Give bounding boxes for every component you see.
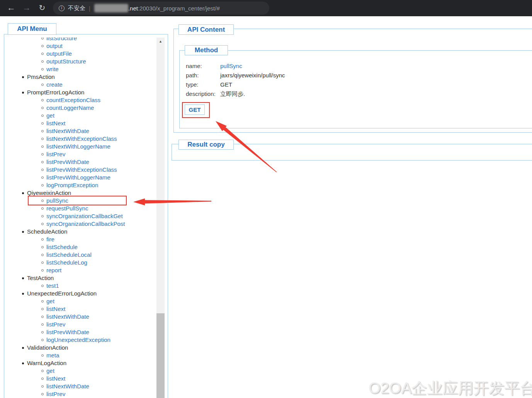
menu-method-item[interactable]: output [4, 42, 156, 50]
menu-method-item[interactable]: logPromptException [4, 181, 156, 189]
menu-item-label[interactable]: logPromptException [46, 182, 98, 188]
menu-item-label[interactable]: meta [46, 352, 59, 359]
menu-item-label[interactable]: listPrevWithExceptionClass [46, 166, 117, 173]
menu-method-item[interactable]: get [4, 367, 156, 375]
menu-item-label[interactable]: listNext [46, 306, 65, 312]
menu-item-label: WarnLogAction [27, 360, 66, 366]
menu-item-label[interactable]: countExceptionClass [46, 97, 100, 103]
menu-method-item[interactable]: listPrevWithExceptionClass [4, 166, 156, 174]
menu-item-label[interactable]: listNext [46, 120, 65, 126]
menu-item-label[interactable]: output [46, 43, 63, 49]
menu-method-item[interactable]: listNextWithDate [4, 383, 156, 390]
menu-method-item[interactable]: fire [4, 236, 156, 243]
menu-method-item[interactable]: listScheduleLocal [4, 251, 156, 259]
menu-method-item[interactable]: listStructure [4, 38, 156, 42]
menu-method-item[interactable]: listPrev [4, 150, 156, 158]
menu-item-label[interactable]: listNextWithDate [46, 313, 89, 320]
menu-method-item[interactable]: listNext [4, 375, 156, 383]
menu-action-item: PromptErrorLogAction [4, 89, 156, 96]
menu-method-item[interactable]: countExceptionClass [4, 96, 156, 104]
menu-item-label[interactable]: get [46, 298, 54, 304]
watermark: O2OA企业应用开发平台 [369, 378, 532, 398]
menu-item-label[interactable]: report [46, 267, 61, 273]
field-label: name: [186, 61, 220, 71]
menu-item-label[interactable]: listScheduleLog [46, 259, 87, 266]
info-icon[interactable]: i [59, 5, 65, 11]
menu-item-label[interactable]: listPrevWithLoggerName [46, 174, 110, 181]
menu-method-item[interactable]: listPrevWithLoggerName [4, 174, 156, 181]
menu-item-label: ScheduleAction [27, 228, 67, 235]
back-icon[interactable]: ← [5, 0, 18, 16]
menu-item-label[interactable]: countLoggerName [46, 104, 94, 111]
menu-method-item[interactable]: logUnexpectedException [4, 336, 156, 344]
menu-method-item[interactable]: pullSync [4, 197, 156, 205]
menu-method-item[interactable]: listPrev [4, 321, 156, 328]
menu-method-item[interactable]: listNextWithLoggerName [4, 143, 156, 150]
menu-method-item[interactable]: listScheduleLog [4, 259, 156, 266]
menu-method-item[interactable]: write [4, 65, 156, 73]
menu-method-item[interactable]: test1 [4, 282, 156, 290]
bullet-icon [22, 92, 24, 94]
menu-item-label[interactable]: listNextWithExceptionClass [46, 135, 117, 142]
reload-icon[interactable]: ↻ [36, 0, 49, 16]
api-menu-title: API Menu [8, 23, 56, 35]
menu-item-label[interactable]: logUnexpectedException [46, 337, 110, 343]
menu-method-item[interactable]: syncOrganizationCallbackPost [4, 220, 156, 228]
scrollbar-thumb[interactable] [156, 313, 165, 398]
menu-item-label[interactable]: test1 [46, 282, 59, 289]
menu-item-label[interactable]: listStructure [46, 38, 77, 41]
bullet-icon [41, 153, 44, 155]
menu-method-item[interactable]: syncOrganizationCallbackGet [4, 212, 156, 220]
menu-item-label[interactable]: outputFile [46, 50, 72, 57]
menu-action-item: PmsAction [4, 73, 156, 81]
menu-method-item[interactable]: create [4, 81, 156, 89]
menu-method-item[interactable]: listNext [4, 305, 156, 313]
menu-item-label[interactable]: get [46, 112, 54, 119]
field-value[interactable]: pullSync [220, 63, 242, 69]
method-field-row: type:GET [186, 80, 285, 89]
menu-item-label[interactable]: listPrev [46, 151, 65, 157]
menu-method-item[interactable]: countLoggerName [4, 104, 156, 112]
menu-method-item[interactable]: get [4, 297, 156, 305]
bullet-icon [41, 122, 44, 125]
menu-method-item[interactable]: listNext [4, 120, 156, 127]
menu-item-label[interactable]: write [46, 66, 59, 72]
scrollbar-up-icon[interactable]: ▲ [156, 38, 165, 45]
address-bar[interactable]: i 不安全 | .net :20030/x_program_center/jes… [53, 2, 269, 15]
menu-item-label[interactable]: listNextWithDate [46, 128, 89, 134]
menu-method-item[interactable]: get [4, 112, 156, 120]
menu-item-label[interactable]: listScheduleLocal [46, 251, 92, 258]
menu-item-label[interactable]: listPrevWithDate [46, 329, 89, 335]
menu-method-item[interactable]: outputStructure [4, 58, 156, 65]
menu-item-label[interactable]: listNextWithLoggerName [46, 143, 110, 150]
menu-item-label[interactable]: get [46, 367, 54, 374]
menu-method-item[interactable]: listNextWithDate [4, 313, 156, 321]
menu-method-item[interactable]: listNextWithExceptionClass [4, 135, 156, 143]
menu-item-label[interactable]: listNext [46, 375, 65, 382]
menu-method-item[interactable]: listPrevWithDate [4, 158, 156, 166]
menu-item-label[interactable]: outputStructure [46, 58, 86, 65]
menu-item-label[interactable]: listNextWithDate [46, 383, 89, 389]
bullet-icon [41, 138, 44, 140]
menu-action-item: ValidationAction [4, 344, 156, 352]
menu-item-label[interactable]: syncOrganizationCallbackGet [46, 213, 123, 219]
menu-item-label[interactable]: create [46, 81, 63, 88]
menu-method-item[interactable]: listPrev [4, 390, 156, 398]
menu-item-label[interactable]: listSchedule [46, 244, 78, 250]
menu-method-item[interactable]: listPrevWithDate [4, 328, 156, 336]
menu-item-label[interactable]: listPrev [46, 321, 65, 328]
menu-method-item[interactable]: requestPullSync [4, 205, 156, 212]
bullet-icon [41, 331, 44, 333]
menu-method-item[interactable]: meta [4, 352, 156, 359]
menu-item-label[interactable]: fire [46, 236, 54, 243]
menu-item-label[interactable]: listPrevWithDate [46, 159, 89, 165]
menu-item-label[interactable]: listPrev [46, 391, 65, 397]
menu-method-item[interactable]: listNextWithDate [4, 127, 156, 135]
menu-method-item[interactable]: report [4, 266, 156, 274]
api-menu-scroll-area[interactable]: listStructureoutputoutputFileoutputStruc… [4, 38, 156, 398]
menu-method-item[interactable]: outputFile [4, 50, 156, 58]
menu-item-label[interactable]: requestPullSync [46, 205, 88, 212]
bullet-icon [22, 293, 24, 295]
menu-item-label[interactable]: syncOrganizationCallbackPost [46, 220, 125, 227]
menu-method-item[interactable]: listSchedule [4, 243, 156, 251]
